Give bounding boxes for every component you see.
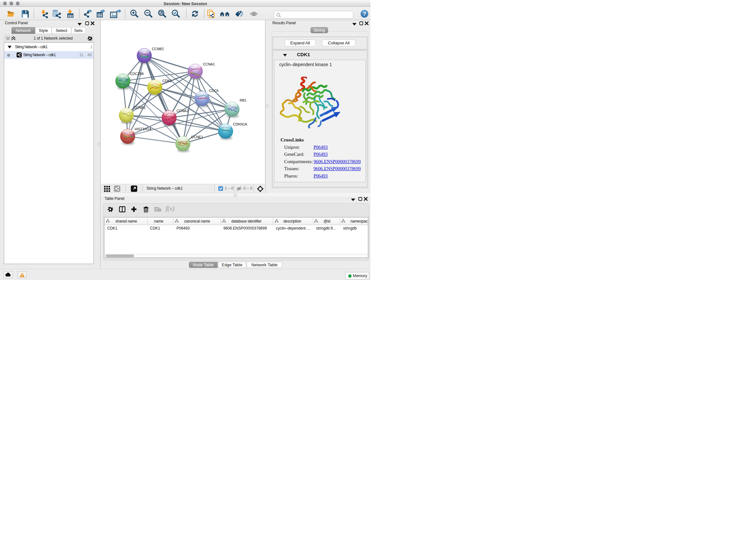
svg-text:CDKN1A: CDKN1A	[233, 122, 247, 126]
svg-text:CDK1: CDK1	[162, 79, 172, 83]
svg-text:HIST1H1A: HIST1H1A	[135, 127, 151, 131]
svg-text:CDC25B: CDC25B	[130, 72, 144, 76]
svg-text:CDC6: CDC6	[209, 89, 219, 92]
svg-text:RB1: RB1	[240, 98, 246, 102]
svg-text:CCNB2: CCNB2	[152, 47, 164, 51]
svg-text:CCNA2: CCNA2	[177, 109, 188, 113]
svg-text:CCNE1: CCNE1	[191, 135, 203, 139]
svg-text:?: ?	[363, 11, 366, 17]
svg-text:CCNB1: CCNB1	[134, 106, 145, 110]
svg-text:CCNA1: CCNA1	[203, 62, 215, 66]
